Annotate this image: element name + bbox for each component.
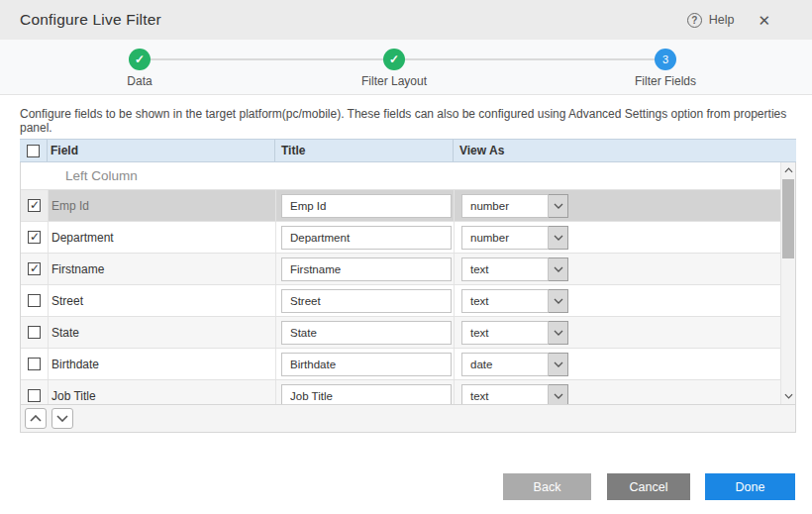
view-as-value: date: [461, 353, 549, 376]
header-checkbox-cell: [20, 140, 48, 161]
view-as-value: text: [461, 321, 549, 345]
row-checkbox[interactable]: [28, 294, 41, 307]
checkbox-cell: [21, 317, 49, 348]
view-as-dropdown[interactable]: text: [461, 384, 568, 405]
scrollbar-thumb[interactable]: [782, 179, 794, 258]
vertical-scrollbar[interactable]: [780, 162, 795, 404]
view-as-value: text: [461, 257, 549, 281]
chevron-down-icon[interactable]: [549, 257, 568, 281]
view-as-dropdown[interactable]: date: [461, 353, 568, 376]
table-row[interactable]: Emp Id number: [21, 190, 795, 222]
select-all-checkbox[interactable]: [27, 145, 40, 157]
dialog-actions: Back Cancel Done: [503, 473, 795, 500]
step-complete-icon[interactable]: ✓: [383, 49, 405, 70]
table-row[interactable]: State text: [21, 317, 795, 349]
row-checkbox[interactable]: [28, 358, 41, 370]
title-input[interactable]: [281, 226, 452, 250]
help-label: Help: [709, 13, 735, 27]
row-checkbox[interactable]: [28, 199, 41, 212]
chevron-down-icon[interactable]: [549, 194, 568, 218]
field-name: Emp Id: [49, 190, 276, 221]
step-label: Filter Layout: [335, 74, 454, 88]
checkbox-cell: [21, 254, 49, 284]
step-complete-icon[interactable]: ✓: [129, 49, 151, 70]
checkbox-cell: [21, 190, 49, 221]
row-checkbox[interactable]: [28, 326, 41, 339]
checkbox-cell: [21, 380, 49, 404]
title-input[interactable]: [281, 289, 452, 313]
move-up-button[interactable]: [25, 408, 47, 429]
field-name: Department: [49, 222, 276, 253]
step-label: Filter Fields: [606, 74, 725, 88]
view-as-dropdown[interactable]: number: [461, 194, 568, 218]
field-name: Job Title: [49, 380, 276, 404]
field-name: Street: [49, 285, 276, 316]
table-row[interactable]: Street text: [21, 285, 795, 317]
page-title: Configure Live Filter: [20, 11, 161, 29]
view-as-value: text: [461, 289, 549, 313]
fields-table: Field Title View As Left Column Emp Id n…: [20, 139, 796, 433]
cancel-button[interactable]: Cancel: [607, 473, 690, 500]
table-footer: [20, 404, 796, 433]
row-checkbox[interactable]: [28, 389, 41, 402]
chevron-down-icon[interactable]: [549, 226, 568, 250]
checkbox-cell: [21, 222, 49, 253]
column-header-field: Field: [48, 140, 275, 161]
view-as-dropdown[interactable]: text: [461, 289, 568, 313]
view-as-value: text: [461, 384, 549, 405]
view-as-dropdown[interactable]: number: [461, 226, 568, 250]
table-row[interactable]: Department number: [21, 222, 795, 254]
help-button[interactable]: ? Help: [687, 13, 735, 28]
field-name: Birthdate: [49, 349, 276, 379]
step-number-badge[interactable]: 3: [655, 49, 676, 70]
field-name: State: [49, 317, 276, 348]
done-button[interactable]: Done: [705, 473, 795, 500]
row-checkbox[interactable]: [28, 262, 41, 275]
chevron-down-icon[interactable]: [549, 289, 568, 313]
view-as-value: number: [461, 194, 549, 218]
scroll-down-icon[interactable]: [781, 388, 796, 404]
step-label: Data: [80, 74, 199, 88]
configure-live-filter-dialog: Configure Live Filter ? Help ✕ ✓ Data ✓ …: [0, 0, 812, 514]
table-row[interactable]: Job Title text: [21, 380, 795, 404]
checkbox-cell: [21, 349, 49, 379]
table-row[interactable]: Firstname text: [21, 254, 795, 285]
table-row[interactable]: Birthdate date: [21, 349, 795, 380]
title-input[interactable]: [281, 384, 452, 405]
column-header-title: Title: [275, 140, 454, 161]
title-input[interactable]: [281, 194, 452, 218]
checkbox-cell: [21, 285, 49, 316]
chevron-down-icon[interactable]: [549, 353, 568, 376]
scroll-up-icon[interactable]: [781, 162, 796, 178]
back-button[interactable]: Back: [503, 473, 591, 500]
view-as-dropdown[interactable]: text: [461, 257, 568, 281]
chevron-down-icon[interactable]: [549, 384, 568, 405]
column-header-view-as: View As: [454, 140, 796, 161]
table-header-row: Field Title View As: [20, 139, 796, 162]
title-input[interactable]: [281, 353, 452, 376]
view-as-value: number: [461, 226, 549, 250]
table-body: Left Column Emp Id number Department: [20, 162, 796, 404]
title-input[interactable]: [281, 257, 452, 281]
group-header-left-column: Left Column: [21, 162, 795, 190]
dialog-header: Configure Live Filter ? Help ✕: [0, 0, 812, 40]
description-text: Configure fields to be shown in the targ…: [20, 107, 792, 135]
move-down-button[interactable]: [51, 408, 73, 429]
chevron-down-icon[interactable]: [549, 321, 568, 345]
help-icon: ?: [687, 13, 702, 28]
wizard-stepper: ✓ Data ✓ Filter Layout 3 Filter Fields: [0, 40, 812, 95]
view-as-dropdown[interactable]: text: [461, 321, 568, 345]
row-checkbox[interactable]: [28, 231, 41, 244]
title-input[interactable]: [281, 321, 452, 345]
close-icon[interactable]: ✕: [758, 13, 770, 28]
field-name: Firstname: [49, 254, 276, 284]
